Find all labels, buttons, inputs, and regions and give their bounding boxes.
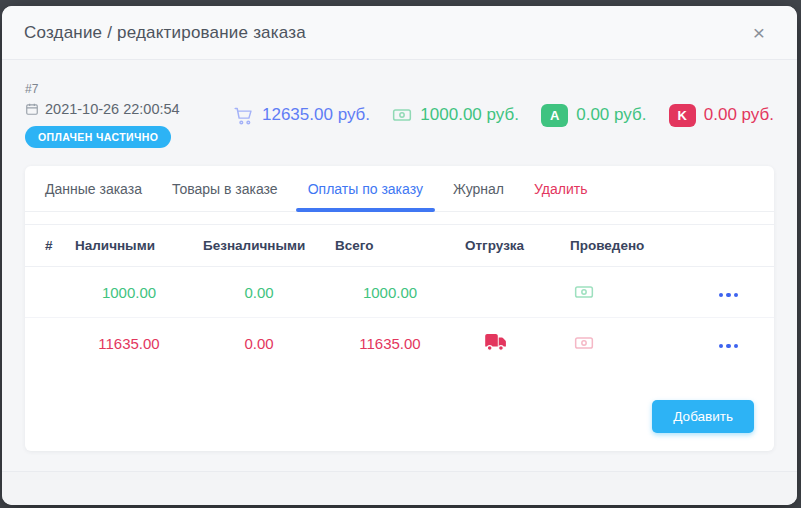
close-icon[interactable]: × [749, 20, 769, 45]
a-amount: 0.00 руб. [576, 105, 646, 125]
a-badge: A [541, 104, 568, 127]
payments-card: Данные заказа Товары в заказе Оплаты по … [25, 166, 774, 451]
header-num: # [25, 225, 65, 267]
row-total: 11635.00 [325, 318, 455, 369]
row-shipping-cell [455, 267, 560, 318]
row-carried-cell [560, 318, 680, 369]
card-spacer [25, 368, 774, 384]
row-cash: 1000.00 [65, 267, 193, 318]
k-badge: K [669, 104, 696, 127]
row-total: 1000.00 [325, 267, 455, 318]
order-edit-modal: Создание / редактирование заказа × #7 20… [2, 6, 797, 505]
row-cashless: 0.00 [193, 318, 325, 369]
card-actions: Добавить [25, 384, 774, 451]
order-date-row: 2021-10-26 22:00:54 [25, 101, 215, 117]
order-total-amount: 12635.00 руб. [262, 105, 370, 125]
modal-header: Создание / редактирование заказа × [2, 6, 797, 60]
row-num [25, 267, 65, 318]
paid-amount: 1000.00 руб. [420, 105, 519, 125]
tab-journal[interactable]: Журнал [451, 166, 506, 211]
order-info-section: #7 2021-10-26 22:00:54 ОПЛАЧЕН ЧАСТИЧНО … [2, 60, 797, 162]
payment-row-1: 1000.00 0.00 1000.00 [25, 267, 774, 318]
row-actions-ellipsis-icon[interactable] [715, 289, 743, 302]
header-total: Всего [325, 225, 455, 267]
banknote-icon [574, 333, 594, 353]
k-amount: 0.00 руб. [704, 105, 774, 125]
row-actions-cell [680, 267, 774, 318]
banknote-icon [392, 105, 412, 125]
calendar-icon [25, 102, 39, 116]
order-datetime: 2021-10-26 22:00:54 [45, 101, 180, 117]
order-number: #7 [25, 82, 215, 96]
table-header-row: # Наличными Безналичными Всего Отгрузка … [25, 225, 774, 267]
header-actions [680, 225, 774, 267]
cart-icon [233, 105, 254, 126]
modal-footer [2, 471, 797, 505]
paid-total-group: 1000.00 руб. [392, 105, 519, 125]
row-shipping-cell [455, 318, 560, 369]
banknote-icon [574, 282, 594, 302]
row-actions-ellipsis-icon[interactable] [715, 340, 743, 353]
truck-icon [485, 334, 507, 352]
status-badge: ОПЛАЧЕН ЧАСТИЧНО [25, 126, 171, 148]
order-meta: #7 2021-10-26 22:00:54 ОПЛАЧЕН ЧАСТИЧНО [25, 82, 215, 148]
order-totals-row: 12635.00 руб. 1000.00 руб. A 0.00 руб. K… [215, 104, 774, 127]
header-cashless: Безналичными [193, 225, 325, 267]
row-num [25, 318, 65, 369]
row-carried-cell [560, 267, 680, 318]
order-total-group: 12635.00 руб. [233, 105, 370, 126]
a-total-group: A 0.00 руб. [541, 104, 646, 127]
tab-order-items[interactable]: Товары в заказе [170, 166, 280, 211]
tab-order-payments[interactable]: Оплаты по заказу [306, 166, 425, 211]
header-cash: Наличными [65, 225, 193, 267]
row-cash: 11635.00 [65, 318, 193, 369]
header-shipping: Отгрузка [455, 225, 560, 267]
modal-title: Создание / редактирование заказа [24, 23, 306, 43]
payments-table: # Наличными Безналичными Всего Отгрузка … [25, 224, 774, 368]
payment-row-2: 11635.00 0.00 11635.00 [25, 318, 774, 369]
row-cashless: 0.00 [193, 267, 325, 318]
row-actions-cell [680, 318, 774, 369]
header-carried: Проведено [560, 225, 680, 267]
tab-bar: Данные заказа Товары в заказе Оплаты по … [25, 166, 774, 212]
tab-order-data[interactable]: Данные заказа [43, 166, 144, 211]
k-total-group: K 0.00 руб. [669, 104, 774, 127]
tab-delete[interactable]: Удалить [532, 166, 589, 211]
add-payment-button[interactable]: Добавить [652, 400, 754, 433]
